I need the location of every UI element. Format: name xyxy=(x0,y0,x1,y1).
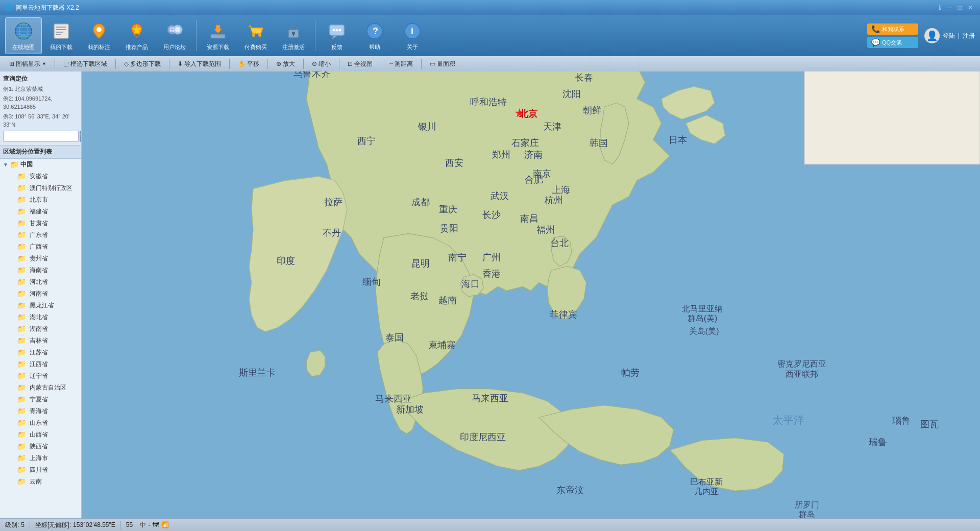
measure-area-label: 量面积 xyxy=(437,60,455,68)
region-item[interactable]: 📁江西省 xyxy=(0,358,81,370)
maximize-btn[interactable]: □ xyxy=(958,4,962,11)
svg-text:南宁: 南宁 xyxy=(448,252,467,262)
ctrl-fullview[interactable]: ⊡ 全视图 xyxy=(344,59,377,69)
location-search-input[interactable] xyxy=(3,131,79,142)
region-item[interactable]: 📁青海省 xyxy=(0,405,81,417)
region-item[interactable]: 📁宁夏省 xyxy=(0,394,81,405)
region-item[interactable]: 📁山西省 xyxy=(0,429,81,441)
ctrl-frame-select[interactable]: ⬚ 框选下载区域 xyxy=(59,59,111,69)
tool-btn-my-mark[interactable]: 我的标注 xyxy=(81,17,117,54)
tool-btn-buy[interactable]: 付费购买 xyxy=(237,17,274,54)
ctrl-sep-4 xyxy=(229,59,230,69)
map-svg: ★ 蒙古 哈尔滨 乌鲁木齐 长春 沈阳 朝鲜 北京 天津 韩国 日本 银川 石家… xyxy=(82,71,980,518)
region-item[interactable]: 📁江苏省 xyxy=(0,347,81,358)
region-item[interactable]: 📁广东省 xyxy=(0,229,81,241)
login-area[interactable]: 👤 登陆 | 注册 xyxy=(924,28,975,43)
region-item[interactable]: 📁湖北省 xyxy=(0,311,81,323)
main-area: 查询定位 例1: 北京紫禁城 例2: 104.09691724, 30.6211… xyxy=(0,71,980,518)
svg-text:韩国: 韩国 xyxy=(590,138,608,148)
region-item[interactable]: 📁北京市 xyxy=(0,194,81,206)
region-item[interactable]: 📁广西省 xyxy=(0,241,81,253)
svg-text:斯里兰卡: 斯里兰卡 xyxy=(239,368,276,378)
location-hint-2: 例2: 104.09691724, 30.62114865 xyxy=(3,95,78,111)
fullview-label: 全视图 xyxy=(354,60,373,68)
svg-text:西亚联邦: 西亚联邦 xyxy=(786,370,818,378)
region-item[interactable]: 📁海南省 xyxy=(0,264,81,276)
zoom-out-icon: ⊖ xyxy=(312,60,317,67)
ctrl-import[interactable]: ⬇ 导入下载范围 xyxy=(174,59,225,69)
frame-select-label: 框选下载区域 xyxy=(70,60,107,68)
ctrl-zoom-out[interactable]: ⊖ 缩小 xyxy=(308,59,335,69)
region-item[interactable]: 📁河北省 xyxy=(0,276,81,288)
coord-value: 153°02'48.55"E xyxy=(73,521,115,528)
polygon-icon: ◇ xyxy=(124,60,129,67)
region-item[interactable]: 📁澳门特别行政区 xyxy=(0,182,81,194)
level-label: 级别: xyxy=(5,521,19,529)
region-item[interactable]: 📁湖南省 xyxy=(0,323,81,335)
region-item[interactable]: 📁四川省 xyxy=(0,464,81,476)
tool-btn-recommend[interactable]: 推荐产品 xyxy=(118,17,155,54)
contact-btn[interactable]: 📞 和我联系 xyxy=(867,23,918,35)
region-item[interactable]: 📁内蒙古自治区 xyxy=(0,382,81,394)
tool-btn-activate[interactable]: 注册激活 xyxy=(275,17,312,54)
ctrl-pan[interactable]: ✋ 平移 xyxy=(234,59,263,69)
ctrl-measure-dist[interactable]: ╌ 测距离 xyxy=(385,59,417,69)
svg-text:杭州: 杭州 xyxy=(544,195,563,205)
fullview-icon: ⊡ xyxy=(348,60,353,67)
svg-text:呼和浩特: 呼和浩特 xyxy=(470,97,507,107)
region-item[interactable]: 📁福建省 xyxy=(0,206,81,218)
svg-marker-19 xyxy=(214,25,222,33)
region-item[interactable]: 📁陕西省 xyxy=(0,441,81,452)
status-icon-map: 🗺 xyxy=(152,521,159,529)
region-item[interactable]: 📁吉林省 xyxy=(0,335,81,347)
tool-btn-about[interactable]: i 关于 xyxy=(394,17,431,54)
qq-btn[interactable]: 💬 QQ交谈 xyxy=(867,37,918,48)
tool-btn-my-download[interactable]: 我的下载 xyxy=(43,17,80,54)
region-item[interactable]: 📁贵州省 xyxy=(0,253,81,264)
register-label[interactable]: 注册 xyxy=(963,32,975,40)
buy-label: 付费购买 xyxy=(244,43,267,51)
region-item[interactable]: 📁黑龙江省 xyxy=(0,300,81,311)
tool-btn-download[interactable]: 资源下载 xyxy=(200,17,236,54)
ctrl-measure-area[interactable]: ▭ 量面积 xyxy=(426,59,459,69)
minimize-btn[interactable]: ─ xyxy=(947,4,952,11)
region-item[interactable]: 📁云南 xyxy=(0,476,81,488)
svg-text:密克罗尼西亚: 密克罗尼西亚 xyxy=(777,359,826,368)
svg-point-23 xyxy=(292,32,295,35)
tool-btn-online-map[interactable]: 在线地图 xyxy=(5,17,42,54)
display-label: 图幅显示 xyxy=(16,60,40,68)
login-label[interactable]: 登陆 xyxy=(943,32,955,40)
svg-text:太平洋: 太平洋 xyxy=(772,414,804,426)
recommend-label: 推荐产品 xyxy=(126,43,148,51)
svg-rect-18 xyxy=(211,34,225,38)
region-item[interactable]: 📁上海市 xyxy=(0,452,81,464)
tool-btn-help[interactable]: ? 帮助 xyxy=(356,17,393,54)
svg-text:长春: 长春 xyxy=(575,73,593,83)
ctrl-polygon[interactable]: ◇ 多边形下载 xyxy=(120,59,165,69)
tool-btn-feedback[interactable]: 反馈 xyxy=(318,17,355,54)
region-item[interactable]: 📁甘肃省 xyxy=(0,218,81,229)
svg-point-27 xyxy=(333,29,335,31)
info-icon[interactable]: ℹ xyxy=(939,4,941,11)
statusbar: 级别: 5 坐标[无偏移]: 153°02'48.55"E 55 中 · 🗺 📶 xyxy=(0,518,980,531)
ctrl-display[interactable]: ⊞ 图幅显示 ▼ xyxy=(5,59,51,69)
region-item[interactable]: 📁河南省 xyxy=(0,288,81,300)
region-item[interactable]: 📁辽宁省 xyxy=(0,370,81,382)
region-item[interactable]: 📁山东省 xyxy=(0,417,81,429)
close-btn[interactable]: ✕ xyxy=(968,4,973,11)
ctrl-zoom-in[interactable]: ⊕ 放大 xyxy=(272,59,299,69)
svg-text:成都: 成都 xyxy=(411,197,430,207)
svg-text:马来西亚: 马来西亚 xyxy=(375,394,412,404)
svg-text:昆明: 昆明 xyxy=(411,258,430,269)
tool-btn-forum[interactable]: 用户论坛 xyxy=(156,17,193,54)
svg-text:印度尼西亚: 印度尼西亚 xyxy=(460,432,506,442)
status-extra: 55 xyxy=(126,521,133,528)
app-icon: 🌐 xyxy=(5,4,13,11)
svg-text:东帝汶: 东帝汶 xyxy=(556,485,584,495)
region-list-title: 区域划分位置列表 xyxy=(0,146,81,159)
map-area[interactable]: ★ 蒙古 哈尔滨 乌鲁木齐 长春 沈阳 朝鲜 北京 天津 韩国 日本 银川 石家… xyxy=(82,71,980,518)
region-item[interactable]: 📁安徽省 xyxy=(0,171,81,182)
level-value: 5 xyxy=(21,521,24,528)
region-china-label: 中国 xyxy=(20,160,33,169)
region-item-china[interactable]: ▼ 📁 中国 xyxy=(0,159,81,171)
